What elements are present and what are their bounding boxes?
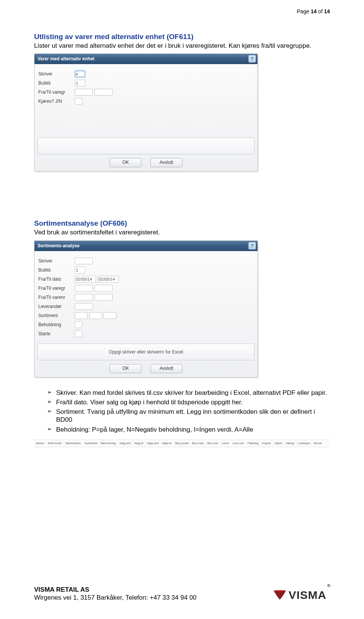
section1-title: Utlisting av varer med alternativ enhet … <box>34 33 330 41</box>
input-varegr-fra[interactable] <box>75 89 93 96</box>
registered-icon: ® <box>327 583 331 588</box>
label-butikk: Butikk <box>38 80 75 86</box>
label-skriver: Skriver <box>38 71 75 77</box>
section2-text: Ved bruk av sortimentsfeltet i vareregis… <box>34 228 330 236</box>
input-kjores[interactable] <box>75 98 82 105</box>
footer-address: VISMA RETAIL AS Wirgenes vei 1, 3157 Bar… <box>34 586 196 602</box>
bullet-item: Sortiment. Tvang på utfylling av minimum… <box>47 408 330 424</box>
pagenum-of: of <box>317 8 324 14</box>
col-header: Sortiment <box>83 441 99 445</box>
col-header: Salg-ant <box>118 441 133 445</box>
report-columns-strip: Varenr EAN-kode Varebeskriv Sortiment Be… <box>34 440 330 447</box>
input-starte[interactable] <box>75 330 82 337</box>
col-header: Kjøp-ant <box>146 441 160 445</box>
input-butikk[interactable]: 1 <box>75 267 85 273</box>
col-header: Bes.max <box>191 441 206 445</box>
visma-logo-icon <box>273 590 286 600</box>
ok-button[interactable]: OK <box>110 158 141 167</box>
bullet-item: Fra/til dato. Viser salg og kjøp i henho… <box>47 398 330 406</box>
dialog1-title: Varer med alternativ enhet <box>38 56 94 61</box>
help-icon[interactable]: ? <box>248 242 256 250</box>
visma-logo: VISMA® <box>273 589 330 602</box>
visma-logo-word: VISMA® <box>289 589 330 602</box>
dialog2-title: Sortiments-analyse <box>38 243 80 248</box>
col-header: Salg-kr <box>133 441 146 445</box>
label-starte: Starte <box>38 331 75 336</box>
label-beholdning: Beholdning <box>38 322 75 327</box>
input-varegr-til[interactable] <box>94 89 113 96</box>
col-header: Varenr <box>34 441 46 445</box>
label-fratil-varegr: Fra/Til varegr <box>38 90 75 95</box>
bullet-item: Beholdning: P=på lager, N=Negativ behold… <box>47 426 330 434</box>
bullet-item: Skriver. Kan med fordel skrives til.csv … <box>47 389 330 397</box>
input-varenr-fra[interactable] <box>75 294 93 301</box>
dialog2-status: Oppgi skriver eller skrivernr for Excel <box>38 344 254 360</box>
pagenum-total: 14 <box>324 8 330 14</box>
col-header: Bes.punkt <box>174 441 191 445</box>
bullet-list: Skriver. Kan med fordel skrives til.csv … <box>34 389 330 434</box>
col-header: Levnr <box>220 441 231 445</box>
avslutt-button[interactable]: Avslutt <box>151 158 182 167</box>
help-icon[interactable]: ? <box>248 55 256 63</box>
pagenum-prefix: Page <box>297 8 311 14</box>
input-skriver[interactable]: e <box>75 71 85 77</box>
dialog1-titlebar: Varer med alternativ enhet ? <box>35 54 257 64</box>
section1-text: Lister ut varer med alternativ enhet der… <box>34 42 330 50</box>
col-header: Varebeskriv <box>64 441 83 445</box>
input-varenr-til[interactable] <box>94 294 113 301</box>
input-leverandor[interactable] <box>75 303 93 310</box>
dialog-varer-alt-enhet: Varer med alternativ enhet ? Skriver e B… <box>34 53 258 171</box>
input-skriver[interactable] <box>75 258 93 264</box>
col-header: Beholdning <box>99 441 118 445</box>
col-header: Utpris <box>273 441 284 445</box>
col-header: EAN-kode <box>46 441 63 445</box>
dialog2-titlebar: Sortiments-analyse ? <box>35 241 257 251</box>
col-header: Innpris <box>260 441 273 445</box>
input-beholdning[interactable] <box>75 321 82 328</box>
label-leverandor: Leverandør <box>38 304 75 309</box>
input-butikk[interactable]: 1 <box>75 80 85 86</box>
avslutt-button[interactable]: Avslutt <box>151 364 182 373</box>
label-kjores: Kjøres? J/N <box>38 99 75 104</box>
col-header: Lokasjon <box>297 441 312 445</box>
label-skriver: Skriver <box>38 258 75 264</box>
col-header: Varegr <box>284 441 297 445</box>
col-header: Bes.min <box>206 441 220 445</box>
dialog1-status <box>38 138 254 154</box>
col-header: Pakning <box>246 441 260 445</box>
label-fratil-varegr: Fra/Til varegr <box>38 286 75 291</box>
label-sortiment: Sortiment <box>38 313 75 318</box>
page-number: Page 14 of 14 <box>297 8 330 14</box>
ok-button[interactable]: OK <box>110 364 141 373</box>
input-dato-til[interactable]: 02/05/14 <box>97 276 119 283</box>
dialog-sortiments-analyse: Sortiments-analyse ? Skriver Butikk 1 Fr… <box>34 240 258 377</box>
input-varegr-til[interactable] <box>94 285 113 292</box>
input-dato-fra[interactable]: 02/05/14 <box>75 276 96 283</box>
input-varegr-fra[interactable] <box>75 285 93 292</box>
col-header: Levs.vnr <box>231 441 246 445</box>
col-header: Kjøp-kr <box>160 441 174 445</box>
label-butikk: Butikk <box>38 267 75 273</box>
label-fratil-varenr: Fra/Til varenr <box>38 295 75 300</box>
col-header: Alt.lok <box>312 441 324 445</box>
section2-title: Sortimentsanalyse (OF606) <box>34 219 330 228</box>
label-fratil-dato: Fra/Til dato <box>38 277 75 282</box>
input-sortiment-2[interactable] <box>89 312 102 319</box>
footer-line: Wirgenes vei 1, 3157 Barkåker, Telefon: … <box>34 594 196 602</box>
pagenum-current: 14 <box>311 8 317 14</box>
footer-company: VISMA RETAIL AS <box>34 586 196 594</box>
input-sortiment-1[interactable] <box>75 312 88 319</box>
input-sortiment-3[interactable] <box>104 312 116 319</box>
